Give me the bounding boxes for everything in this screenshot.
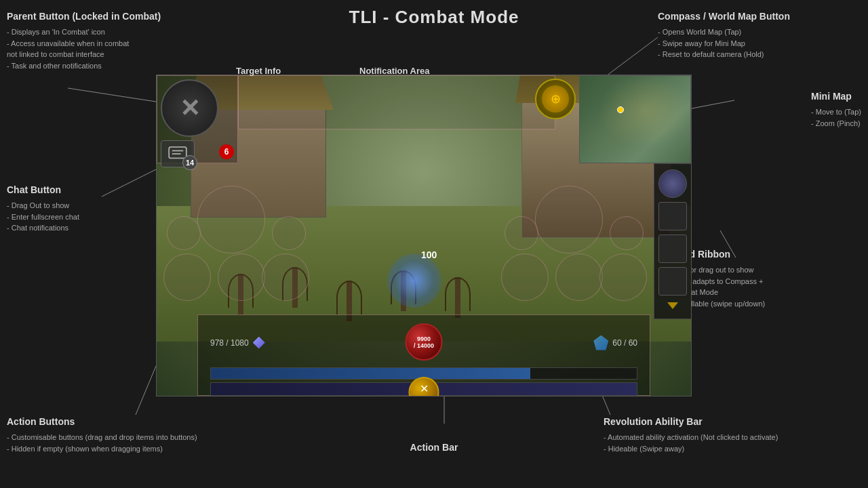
mp-value: 978 / 1080 <box>210 338 249 348</box>
parent-button-line3: not linked to combat interface <box>7 49 161 60</box>
tree-5 <box>455 277 460 318</box>
compass-line3: - Reset to default camera (Hold) <box>658 49 861 60</box>
joystick-right-main[interactable] <box>535 186 603 253</box>
notification-area-section-label: Notification Area <box>359 66 430 76</box>
target-icon-x: ✕ <box>180 94 200 123</box>
parent-button-annotation: Parent Button (Locked in Combat) - Displ… <box>7 9 161 71</box>
compass-title: Compass / World Map Button <box>658 9 861 24</box>
parent-button-title: Parent Button (Locked in Combat) <box>7 9 161 24</box>
joystick-right-small-1[interactable] <box>505 216 538 250</box>
action-buttons-annotation: Action Buttons - Customisable buttons (d… <box>7 415 400 454</box>
joystick-main[interactable] <box>197 186 265 253</box>
mp-stat: 978 / 1080 <box>210 337 265 349</box>
minimap-line1: - Move to (Tap) <box>811 106 861 118</box>
action-bar-annotation: Action Bar <box>410 441 458 458</box>
svg-line-7 <box>136 366 156 415</box>
action-bar-label: Action Bar <box>410 441 458 455</box>
target-info-box: ✕ 6 14 <box>157 75 238 163</box>
level-x-icon: ✕ <box>420 382 429 395</box>
level-orb[interactable]: ✕ 78% <box>409 377 439 396</box>
notification-area <box>238 75 555 129</box>
damage-number: 100 <box>421 249 437 260</box>
hp-bot: / 14000 <box>414 342 434 349</box>
revolution-bar-title: Revolution Ability Bar <box>604 415 861 429</box>
target-icon[interactable]: ✕ <box>161 79 218 137</box>
ribbon-item-2 <box>658 235 687 263</box>
compass-button[interactable]: ⊕ <box>535 79 576 119</box>
chat-line2: - Enter fullscreen chat <box>7 211 79 223</box>
joystick-secondary-1[interactable] <box>163 253 211 301</box>
svg-line-0 <box>68 88 156 102</box>
svg-line-4 <box>692 100 734 108</box>
xp-bar-fill <box>211 368 530 379</box>
compass-annotation: Compass / World Map Button - Opens World… <box>658 9 861 60</box>
chat-line1: - Drag Out to show <box>7 200 79 211</box>
child-ribbon[interactable] <box>654 163 691 319</box>
energy-stat: 60 / 60 <box>593 336 637 350</box>
compass-inner: ⊕ <box>542 85 569 113</box>
joystick-small-1[interactable] <box>167 216 201 250</box>
joystick-right-1[interactable] <box>501 253 549 301</box>
action-buttons-line2: - Hidden if empty (shown when dragging i… <box>7 443 400 455</box>
chat-button[interactable]: 14 <box>161 140 195 167</box>
svg-rect-10 <box>169 147 186 159</box>
ribbon-arrow <box>667 302 678 309</box>
mini-map-overlay <box>580 76 690 163</box>
revolution-bar-annotation: Revolution Ability Bar - Automated abili… <box>604 415 861 454</box>
energy-icon <box>593 336 608 350</box>
level-pct: 78% <box>418 395 430 396</box>
revolution-line2: - Hideable (Swipe away) <box>604 443 861 455</box>
right-action-buttons <box>494 165 650 308</box>
parent-button-line2: - Access unavailable when in combat <box>7 38 161 49</box>
minimap-line2: - Zoom (Pinch) <box>811 118 861 129</box>
revolution-line1: - Automated ability activation (Not clic… <box>604 432 861 443</box>
mini-map-marker <box>617 106 624 113</box>
child-ribbon-line2: - Size adapts to Compass + <box>671 276 861 287</box>
joystick-right-small-2[interactable] <box>610 216 644 250</box>
minimap-title: Mini Map <box>811 89 861 104</box>
child-ribbon-line4: - Scrollable (swipe up/down) <box>671 298 861 310</box>
combat-effect <box>387 253 441 308</box>
chat-line3: - Chat notifications <box>7 222 79 234</box>
child-ribbon-line3: Combat Mode <box>671 287 861 298</box>
page-title: TLI - Combat Mode <box>349 7 519 28</box>
energy-value: 60 / 60 <box>612 338 637 348</box>
left-action-buttons <box>157 165 313 308</box>
joystick-secondary-2[interactable] <box>218 253 265 301</box>
game-viewport: 100 ✕ 6 14 ⊕ <box>156 75 692 396</box>
joystick-right-2[interactable] <box>555 253 603 301</box>
compass-line2: - Swipe away for Mini Map <box>658 38 861 49</box>
parent-button-line4: - Task and other notifications <box>7 60 161 72</box>
chat-button-title: Chat Button <box>7 183 79 197</box>
ribbon-item-compass <box>658 169 687 198</box>
hp-top: 9900 <box>417 336 431 342</box>
parent-button-line1: - Displays an 'In Combat' icon <box>7 26 161 38</box>
mini-map[interactable] <box>579 75 691 163</box>
minimap-annotation: Mini Map - Move to (Tap) - Zoom (Pinch) <box>811 89 861 129</box>
health-orb[interactable]: 9900 / 14000 <box>406 323 443 361</box>
tree-5-branches <box>445 277 471 311</box>
ribbon-item-1 <box>658 202 687 230</box>
level-orb-area: ✕ 78% <box>203 382 644 396</box>
target-info-section-label: Target Info <box>236 66 281 76</box>
compass-line1: - Opens World Map (Tap) <box>658 26 861 38</box>
target-level: 6 <box>219 144 234 159</box>
mp-gem-icon <box>253 337 265 349</box>
joystick-secondary-3[interactable] <box>262 253 309 301</box>
chat-button-annotation: Chat Button - Drag Out to show - Enter f… <box>7 183 79 234</box>
tree-3-branches <box>336 281 362 314</box>
action-bar-area: 978 / 1080 9900 / 14000 60 / 60 <box>197 314 650 396</box>
action-buttons-line1: - Customisable buttons (drag and drop it… <box>7 432 400 443</box>
action-buttons-title: Action Buttons <box>7 415 400 429</box>
joystick-small-2[interactable] <box>272 216 306 250</box>
child-ribbon-line1: - Tap or drag out to show <box>671 264 861 276</box>
child-ribbon-title: Child Ribbon <box>671 247 861 262</box>
ribbon-item-3 <box>658 267 687 296</box>
child-ribbon-annotation: Child Ribbon - Tap or drag out to show -… <box>671 247 861 309</box>
joystick-right-3[interactable] <box>599 253 647 301</box>
